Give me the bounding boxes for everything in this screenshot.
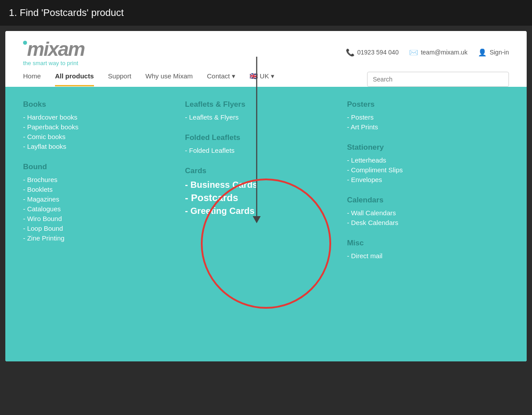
nav-why-mixam[interactable]: Why use Mixam [145,72,193,86]
menu-item-brochures[interactable]: - Brochures [23,176,176,183]
category-misc: Misc - Direct mail [347,239,500,260]
menu-column-1: Books - Hardcover books - Paperback book… [23,100,185,348]
nav-and-search: Home All products Support Why use Mixam … [23,72,509,87]
category-cards-title[interactable]: Cards [185,167,338,175]
menu-item-magazines[interactable]: - Magazines [23,195,176,203]
menu-item-business-cards[interactable]: - Business Cards [185,180,338,190]
menu-item-leaflets[interactable]: - Leaflets & Flyers [185,113,338,121]
annotation-title: 1. Find 'Postcards' product [9,7,124,19]
main-wrapper: mixam the smart way to print 📞 01923 594… [5,31,527,361]
menu-item-postcards[interactable]: - Postcards [185,192,338,204]
search-area [367,72,509,87]
menu-item-comic[interactable]: - Comic books [23,133,176,140]
category-stationery: Stationery - Letterheads - Compliment Sl… [347,143,500,183]
menu-item-loop[interactable]: - Loop Bound [23,225,176,232]
menu-column-2: Leaflets & Flyers - Leaflets & Flyers Fo… [185,100,347,348]
category-cards: Cards - Business Cards - Postcards - Gre… [185,167,338,216]
email-address: team@mixam.uk [421,49,467,56]
menu-item-wall-calendars[interactable]: - Wall Calendars [347,209,500,217]
menu-item-wiro[interactable]: - Wiro Bound [23,215,176,222]
category-folded-title[interactable]: Folded Leaflets [185,133,338,142]
menu-item-compliment-slips[interactable]: - Compliment Slips [347,166,500,174]
menu-item-art-prints[interactable]: - Art Prints [347,123,500,131]
signin-contact[interactable]: 👤 Sign-in [478,48,509,57]
menu-item-envelopes[interactable]: - Envelopes [347,176,500,183]
category-folded: Folded Leaflets - Folded Leaflets [185,133,338,154]
nav-home[interactable]: Home [23,72,41,86]
phone-icon: 📞 [346,48,355,57]
category-calendars-title[interactable]: Calendars [347,196,500,205]
nav-contact[interactable]: Contact ▾ [207,72,235,87]
menu-item-letterheads[interactable]: - Letterheads [347,156,500,164]
category-bound: Bound - Brochures - Booklets - Magazines… [23,163,176,242]
menu-item-hardcover[interactable]: - Hardcover books [23,113,176,121]
menu-item-posters[interactable]: - Posters [347,113,500,121]
menu-item-layflat[interactable]: - Layflat books [23,143,176,150]
category-leaflets-title[interactable]: Leaflets & Flyers [185,100,338,109]
nav-support[interactable]: Support [108,72,132,86]
site-header: mixam the smart way to print 📞 01923 594… [5,31,527,87]
menu-column-3: Posters - Posters - Art Prints Stationer… [347,100,509,348]
menu-item-catalogues[interactable]: - Catalogues [23,205,176,213]
header-contacts: 📞 01923 594 040 ✉️ team@mixam.uk 👤 Sign-… [346,48,509,57]
category-stationery-title[interactable]: Stationery [347,143,500,152]
category-posters-title[interactable]: Posters [347,100,500,109]
category-leaflets: Leaflets & Flyers - Leaflets & Flyers [185,100,338,121]
menu-item-paperback[interactable]: - Paperback books [23,123,176,131]
phone-number: 01923 594 040 [357,49,399,56]
category-books-title[interactable]: Books [23,100,176,109]
dropdown-menu: Books - Hardcover books - Paperback book… [5,87,527,361]
menu-item-zine[interactable]: - Zine Printing [23,234,176,242]
logo-text: mixam [23,38,84,59]
menu-item-greeting-cards[interactable]: - Greeting Cards [185,206,338,216]
annotation-bar: 1. Find 'Postcards' product [0,0,532,26]
logo-area[interactable]: mixam the smart way to print [23,38,84,66]
category-calendars: Calendars - Wall Calendars - Desk Calend… [347,196,500,226]
menu-item-booklets[interactable]: - Booklets [23,186,176,193]
category-bound-title[interactable]: Bound [23,163,176,171]
main-nav: Home All products Support Why use Mixam … [23,72,274,87]
menu-item-desk-calendars[interactable]: - Desk Calendars [347,219,500,226]
category-misc-title[interactable]: Misc [347,239,500,248]
nav-uk[interactable]: 🇬🇧 UK ▾ [250,72,274,87]
user-icon: 👤 [478,48,487,57]
search-input[interactable] [367,72,509,87]
header-top: mixam the smart way to print 📞 01923 594… [23,38,509,66]
category-posters: Posters - Posters - Art Prints [347,100,500,131]
category-books: Books - Hardcover books - Paperback book… [23,100,176,150]
signin-label: Sign-in [489,49,509,56]
phone-contact[interactable]: 📞 01923 594 040 [346,48,399,57]
email-contact[interactable]: ✉️ team@mixam.uk [409,48,467,57]
menu-item-direct-mail[interactable]: - Direct mail [347,252,500,260]
nav-all-products[interactable]: All products [55,72,94,86]
menu-item-folded[interactable]: - Folded Leaflets [185,147,338,154]
email-icon: ✉️ [409,48,418,57]
logo-tagline: the smart way to print [23,60,84,66]
